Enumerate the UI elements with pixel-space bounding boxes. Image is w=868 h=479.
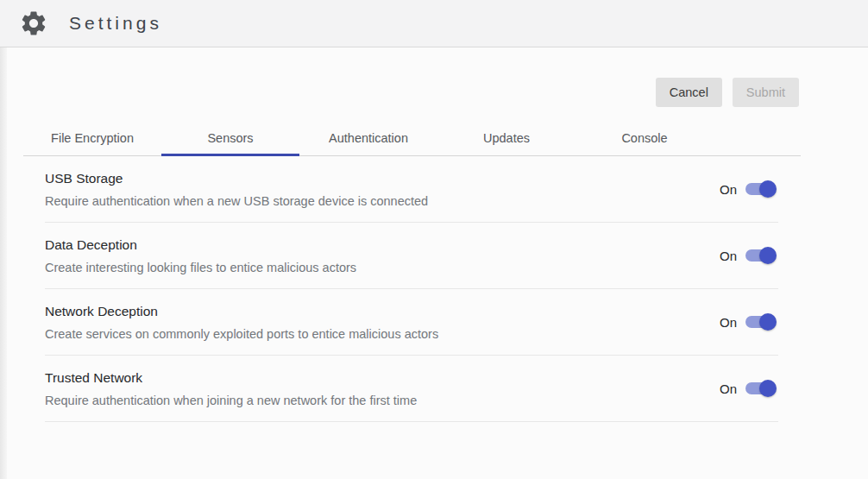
tab-console[interactable]: Console xyxy=(576,121,714,155)
tab-bar: File Encryption Sensors Authentication U… xyxy=(23,121,801,156)
tab-updates[interactable]: Updates xyxy=(437,121,576,155)
setting-title: USB Storage xyxy=(45,170,720,187)
cancel-button[interactable]: Cancel xyxy=(656,78,722,107)
setting-description: Require authentication when joining a ne… xyxy=(45,393,720,408)
setting-text: Trusted Network Require authentication w… xyxy=(45,369,720,408)
tab-sensors[interactable]: Sensors xyxy=(161,121,299,155)
window-edge xyxy=(0,47,7,479)
settings-list: USB Storage Require authentication when … xyxy=(45,156,778,422)
setting-text: Network Deception Create services on com… xyxy=(45,303,720,342)
action-bar: Cancel Submit xyxy=(0,78,799,107)
setting-title: Network Deception xyxy=(45,303,720,320)
setting-row-data-deception: Data Deception Create interesting lookin… xyxy=(45,223,778,289)
setting-text: USB Storage Require authentication when … xyxy=(45,170,720,209)
trusted-network-toggle[interactable] xyxy=(745,380,777,397)
setting-row-usb-storage: USB Storage Require authentication when … xyxy=(45,156,778,223)
setting-description: Create services on commonly exploited po… xyxy=(45,326,720,342)
setting-row-network-deception: Network Deception Create services on com… xyxy=(45,289,778,356)
setting-row-trusted-network: Trusted Network Require authentication w… xyxy=(45,356,778,422)
tab-file-encryption[interactable]: File Encryption xyxy=(23,121,161,155)
tab-authentication[interactable]: Authentication xyxy=(299,121,437,155)
toggle-state-label: On xyxy=(720,182,737,197)
network-deception-toggle[interactable] xyxy=(745,313,777,331)
gear-icon xyxy=(19,9,48,38)
toggle-state-label: On xyxy=(720,381,737,396)
usb-storage-toggle[interactable] xyxy=(745,180,777,198)
toggle-knob xyxy=(759,247,777,264)
setting-description: Require authentication when a new USB st… xyxy=(45,193,720,209)
app-header: Settings xyxy=(0,0,868,47)
page-title: Settings xyxy=(69,13,162,34)
setting-title: Data Deception xyxy=(45,236,720,254)
toggle-state-label: On xyxy=(720,315,737,330)
setting-control: On xyxy=(720,180,778,198)
setting-description: Create interesting looking files to enti… xyxy=(45,260,720,275)
toggle-state-label: On xyxy=(720,249,737,263)
submit-button[interactable]: Submit xyxy=(733,78,799,107)
setting-text: Data Deception Create interesting lookin… xyxy=(45,236,720,275)
toggle-knob xyxy=(759,180,777,198)
toggle-knob xyxy=(759,313,777,331)
setting-control: On xyxy=(720,247,778,264)
setting-title: Trusted Network xyxy=(45,369,720,387)
setting-control: On xyxy=(720,380,778,397)
toggle-knob xyxy=(759,380,777,397)
setting-control: On xyxy=(720,313,778,331)
data-deception-toggle[interactable] xyxy=(745,247,777,264)
